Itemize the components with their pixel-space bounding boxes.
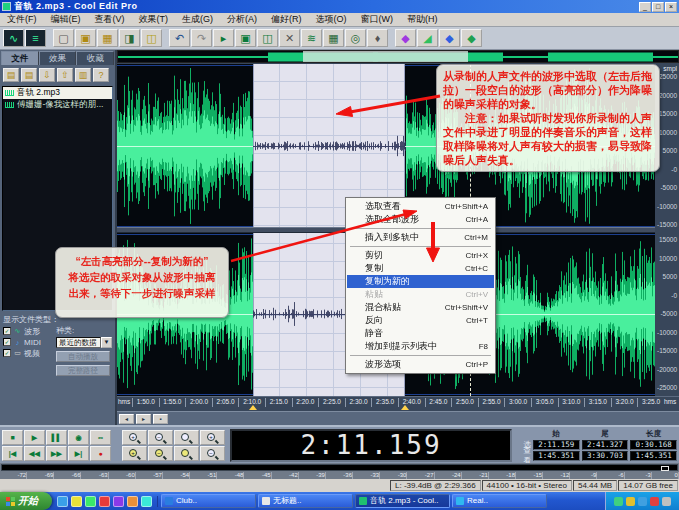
close-file-icon[interactable]: ▥ (75, 68, 91, 82)
tray-icon[interactable] (638, 497, 647, 506)
quick-launch-icon[interactable] (57, 496, 68, 507)
zoom-right-edge-button[interactable] (174, 446, 199, 461)
context-menu-item[interactable]: 复制为新的 (347, 275, 494, 288)
close-button[interactable]: × (665, 2, 677, 12)
play-looped-button[interactable]: ◉ (68, 430, 89, 445)
overview-view-band[interactable] (303, 51, 468, 63)
sort-dropdown[interactable]: 最近的数据 ▼ (56, 337, 112, 348)
context-menu-item[interactable]: 增加到提示列表中F8 (347, 340, 494, 353)
quick-launch-icon[interactable] (85, 496, 96, 507)
stop-button[interactable]: ■ (2, 430, 23, 445)
file-type-checkbox[interactable]: ✓ (3, 327, 11, 335)
copy-icon[interactable]: ▣ (235, 29, 256, 47)
multitrack-view-icon[interactable]: ≡ (25, 29, 46, 47)
selection-boundary-marker[interactable] (401, 405, 409, 410)
open-as-folder-icon[interactable]: ▤ (21, 68, 37, 82)
scroll-strip-button-2[interactable]: ▸ (136, 414, 151, 424)
delete-icon[interactable]: ▦ (323, 29, 344, 47)
taskbar-task-button[interactable]: Club.. (161, 494, 256, 508)
zoom-left-edge-button[interactable]: − (148, 446, 173, 461)
tray-icon[interactable] (662, 497, 671, 506)
organizer-option-button-2[interactable]: 完整路径 (56, 365, 110, 376)
script-icon[interactable]: ◢ (417, 29, 438, 47)
open-file-icon[interactable]: ▣ (75, 29, 96, 47)
taskbar-task-button[interactable]: 音轨 2.mp3 - Cool.. (355, 494, 450, 508)
menu-item-1[interactable]: 文件(F) (0, 13, 44, 26)
minimize-button[interactable]: _ (639, 2, 651, 12)
scroll-strip-button-3[interactable]: ▪ (153, 414, 168, 424)
menu-item-4[interactable]: 效果(T) (132, 13, 176, 26)
mix-paste-icon[interactable]: ≋ (301, 29, 322, 47)
menu-item-5[interactable]: 生成(G) (175, 13, 220, 26)
maximize-button[interactable]: □ (652, 2, 664, 12)
fast-forward-button[interactable]: ▶▶ (46, 446, 67, 461)
go-to-end-button[interactable]: ▶| (68, 446, 89, 461)
zoom-selection-button[interactable]: + (122, 446, 147, 461)
taskbar-task-button[interactable]: 无标题.. (258, 494, 353, 508)
menu-item-7[interactable]: 偏好(R) (264, 13, 309, 26)
save-file-icon[interactable]: ▦ (97, 29, 118, 47)
waveform-overview-bar[interactable] (117, 50, 679, 63)
quick-launch-icon[interactable] (141, 496, 152, 507)
context-menu-item[interactable]: 波形选项Ctrl+P (347, 358, 494, 371)
insert-to-multitrack-icon[interactable]: ⇩ (39, 68, 55, 82)
context-menu-item[interactable]: 静音 (347, 327, 494, 340)
organizer-tab-2[interactable]: 效果 (39, 51, 77, 65)
horizontal-scroll-strip[interactable]: ◂▸▪ (117, 411, 679, 425)
context-menu-item[interactable]: 插入到多轨中Ctrl+M (347, 231, 494, 244)
effects-rack-icon[interactable]: ◆ (395, 29, 416, 47)
scroll-strip-button-1[interactable]: ◂ (119, 414, 134, 424)
zoom-vertical-in-button[interactable]: + (200, 430, 225, 445)
new-file-icon[interactable]: ▢ (53, 29, 74, 47)
import-audio-icon[interactable]: ◨ (119, 29, 140, 47)
start-button[interactable]: 开始 (0, 492, 52, 510)
menu-item-3[interactable]: 查看(V) (88, 13, 132, 26)
menu-item-2[interactable]: 编辑(E) (44, 13, 88, 26)
menu-item-8[interactable]: 选项(O) (309, 13, 354, 26)
find-icon[interactable]: ♦ (367, 29, 388, 47)
organizer-tab-1[interactable]: 文件 (1, 51, 39, 65)
paste-icon[interactable]: ◫ (257, 29, 278, 47)
cd-burn-icon[interactable]: ◆ (439, 29, 460, 47)
tray-icon[interactable] (626, 497, 635, 506)
help-icon[interactable]: ? (93, 68, 109, 82)
quick-launch-icon[interactable] (113, 496, 124, 507)
zoom-vertical-out-button[interactable]: − (200, 446, 225, 461)
cursor-tool-icon[interactable]: ▸ (213, 29, 234, 47)
context-menu-item[interactable]: 混合粘贴Ctrl+Shift+V (347, 301, 494, 314)
zoom-full-button[interactable] (174, 430, 199, 445)
timeline-ruler[interactable]: hms1:50.01:55.02:00.02:05.02:10.02:15.02… (117, 396, 679, 411)
organizer-tab-3[interactable]: 收藏 (76, 51, 114, 65)
zoom-in-button[interactable]: + (122, 430, 147, 445)
file-type-checkbox[interactable]: ✓ (3, 349, 11, 357)
redo-icon[interactable]: ↷ (191, 29, 212, 47)
menu-item-6[interactable]: 分析(A) (220, 13, 264, 26)
trim-icon[interactable]: ◎ (345, 29, 366, 47)
taskbar-task-button[interactable]: Real.. (452, 494, 547, 508)
tray-icon[interactable] (650, 497, 659, 506)
cut-icon[interactable]: ✕ (279, 29, 300, 47)
monitor-icon[interactable]: ◆ (461, 29, 482, 47)
rewind-button[interactable]: ◀◀ (24, 446, 45, 461)
loop-button[interactable]: ∞ (90, 430, 111, 445)
quick-launch-icon[interactable] (71, 496, 82, 507)
file-list-item[interactable]: 音轨 2.mp3 (3, 87, 112, 99)
context-menu-item[interactable]: 粘贴Ctrl+V (347, 288, 494, 301)
level-meter[interactable]: -72-69-66-63-60-57-54-51-48-45-42-39-36-… (0, 463, 679, 479)
context-menu-item[interactable]: 选取全部波形Ctrl+A (347, 213, 494, 226)
organizer-option-button-1[interactable]: 自动播放 (56, 351, 110, 362)
quick-launch-icon[interactable] (99, 496, 110, 507)
go-to-start-button[interactable]: |◀ (2, 446, 23, 461)
quick-launch-icon[interactable] (127, 496, 138, 507)
file-list-item[interactable]: 傅姗姗-像我这样的朋... (3, 99, 112, 111)
record-button[interactable]: ● (90, 446, 111, 461)
file-type-checkbox[interactable]: ✓ (3, 338, 11, 346)
open-file-folder-icon[interactable]: ▤ (3, 68, 19, 82)
pause-button[interactable]: ▌▌ (46, 430, 67, 445)
insert-to-cd-icon[interactable]: ⇧ (57, 68, 73, 82)
waveform-view-icon[interactable]: ∿ (3, 29, 24, 47)
undo-icon[interactable]: ↶ (169, 29, 190, 47)
tray-icon[interactable] (614, 497, 623, 506)
context-menu-item[interactable]: 选取查看Ctrl+Shift+A (347, 200, 494, 213)
zoom-out-button[interactable]: − (148, 430, 173, 445)
